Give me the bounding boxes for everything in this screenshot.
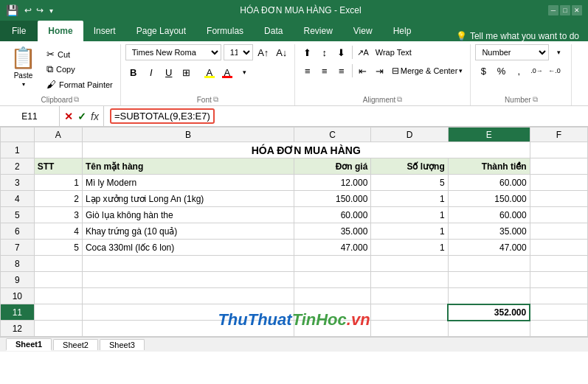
cell-f4[interactable] bbox=[530, 191, 587, 207]
cell-e2[interactable]: Thành tiền bbox=[448, 158, 530, 175]
cell-e10[interactable] bbox=[448, 288, 530, 304]
cell-c4[interactable]: 150.000 bbox=[294, 191, 370, 207]
borders-button[interactable]: ⊞ bbox=[179, 64, 195, 80]
increase-font-btn[interactable]: A↑ bbox=[255, 44, 271, 60]
cell-b5[interactable]: Giò lụa không hàn the bbox=[82, 207, 294, 223]
font-expand-icon[interactable]: ⧉ bbox=[213, 95, 218, 104]
merge-center-btn[interactable]: ⊟ Merge & Center ▾ bbox=[389, 63, 466, 79]
align-bottom-btn[interactable]: ⬇ bbox=[333, 44, 350, 60]
cell-a6[interactable]: 4 bbox=[34, 223, 82, 240]
currency-btn[interactable]: $ bbox=[475, 63, 491, 79]
wrap-text-btn[interactable]: Wrap Text bbox=[372, 44, 415, 60]
tell-me-bar[interactable]: 💡 Tell me what you want to do bbox=[456, 31, 588, 41]
cell-e3[interactable]: 60.000 bbox=[448, 175, 530, 191]
copy-button[interactable]: ⧉ Copy bbox=[44, 62, 116, 77]
cell-d11[interactable] bbox=[371, 304, 448, 321]
cell-d6[interactable]: 1 bbox=[371, 223, 448, 240]
minimize-btn[interactable]: ─ bbox=[548, 5, 558, 15]
cell-b4[interactable]: Lạp xưởng tươi Long An (1kg) bbox=[82, 191, 294, 207]
cell-a3[interactable]: 1 bbox=[34, 175, 82, 191]
cell-a7[interactable]: 5 bbox=[34, 240, 82, 256]
bold-button[interactable]: B bbox=[125, 64, 142, 80]
col-header-c[interactable]: C bbox=[294, 128, 370, 142]
percent-btn[interactable]: % bbox=[493, 63, 509, 79]
angle-text-btn[interactable]: ↗A bbox=[355, 44, 371, 60]
cell-a8[interactable] bbox=[34, 256, 82, 272]
sheet-tab-1[interactable]: Sheet1 bbox=[6, 338, 52, 351]
cell-e7[interactable]: 47.000 bbox=[448, 240, 530, 256]
cell-c5[interactable]: 60.000 bbox=[294, 207, 370, 223]
cell-c9[interactable] bbox=[294, 272, 370, 288]
format-painter-button[interactable]: 🖌 Format Painter bbox=[44, 77, 116, 91]
cell-f11[interactable] bbox=[530, 304, 587, 321]
cell-a1[interactable] bbox=[34, 142, 82, 158]
cell-d9[interactable] bbox=[371, 272, 448, 288]
cell-e9[interactable] bbox=[448, 272, 530, 288]
tab-formulas[interactable]: Formulas bbox=[196, 21, 254, 41]
row-header-2[interactable]: 2 bbox=[1, 158, 35, 175]
fill-color-button[interactable]: A bbox=[201, 64, 218, 80]
cell-e8[interactable] bbox=[448, 256, 530, 272]
cell-a4[interactable]: 2 bbox=[34, 191, 82, 207]
row-header-8[interactable]: 8 bbox=[1, 256, 35, 272]
tell-me-text[interactable]: Tell me what you want to do bbox=[470, 31, 579, 41]
cell-c8[interactable] bbox=[294, 256, 370, 272]
formula-cancel-icon[interactable]: ✕ bbox=[64, 111, 73, 122]
cell-d8[interactable] bbox=[371, 256, 448, 272]
tab-file[interactable]: File bbox=[0, 21, 38, 41]
cell-f5[interactable] bbox=[530, 207, 587, 223]
cell-c2[interactable]: Đơn giá bbox=[294, 158, 370, 175]
cell-d3[interactable]: 5 bbox=[371, 175, 448, 191]
cell-f6[interactable] bbox=[530, 223, 587, 240]
cell-d2[interactable]: Số lượng bbox=[371, 158, 448, 175]
redo-icon[interactable]: ↪ bbox=[36, 5, 44, 15]
number-expand-icon[interactable]: ⧉ bbox=[533, 95, 538, 104]
cell-e5[interactable]: 60.000 bbox=[448, 207, 530, 223]
col-header-e[interactable]: E bbox=[448, 128, 530, 142]
cell-a5[interactable]: 3 bbox=[34, 207, 82, 223]
cell-c7[interactable]: 47.000 bbox=[294, 240, 370, 256]
cell-f1[interactable] bbox=[530, 142, 587, 158]
tab-view[interactable]: View bbox=[343, 21, 383, 41]
increase-indent-btn[interactable]: ⇥ bbox=[372, 63, 388, 79]
col-header-b[interactable]: B bbox=[82, 128, 294, 142]
sheet-tab-2[interactable]: Sheet2 bbox=[53, 339, 98, 350]
cell-f3[interactable] bbox=[530, 175, 587, 191]
cell-a10[interactable] bbox=[34, 288, 82, 304]
decrease-decimal-btn[interactable]: ←.0 bbox=[546, 63, 562, 79]
cell-e6[interactable]: 35.000 bbox=[448, 223, 530, 240]
cell-d7[interactable]: 1 bbox=[371, 240, 448, 256]
alignment-expand-icon[interactable]: ⧉ bbox=[397, 95, 402, 104]
cell-c6[interactable]: 35.000 bbox=[294, 223, 370, 240]
tab-review[interactable]: Review bbox=[293, 21, 342, 41]
row-header-10[interactable]: 10 bbox=[1, 288, 35, 304]
align-top-btn[interactable]: ⬆ bbox=[300, 44, 316, 60]
cell-e12[interactable] bbox=[448, 321, 530, 337]
row-header-3[interactable]: 3 bbox=[1, 175, 35, 191]
decrease-font-btn[interactable]: A↓ bbox=[274, 44, 290, 60]
cell-b10[interactable] bbox=[82, 288, 294, 304]
cell-f9[interactable] bbox=[530, 272, 587, 288]
col-header-a[interactable]: A bbox=[34, 128, 82, 142]
formula-insert-fn-icon[interactable]: fx bbox=[91, 111, 99, 122]
row-header-5[interactable]: 5 bbox=[1, 207, 35, 223]
close-btn[interactable]: ✕ bbox=[572, 5, 582, 15]
cell-e4[interactable]: 150.000 bbox=[448, 191, 530, 207]
cell-d5[interactable]: 1 bbox=[371, 207, 448, 223]
row-header-1[interactable]: 1 bbox=[1, 142, 35, 158]
cell-f2[interactable] bbox=[530, 158, 587, 175]
cell-b8[interactable] bbox=[82, 256, 294, 272]
font-color-button[interactable]: A bbox=[219, 64, 235, 80]
cell-reference-input[interactable] bbox=[0, 106, 59, 126]
tab-help[interactable]: Help bbox=[383, 21, 422, 41]
cut-button[interactable]: ✂ Cut bbox=[44, 47, 116, 61]
cell-b2[interactable]: Tên mặt hàng bbox=[82, 158, 294, 175]
cell-a2[interactable]: STT bbox=[34, 158, 82, 175]
align-right-btn[interactable]: ≡ bbox=[333, 63, 350, 79]
row-header-11[interactable]: 11 bbox=[1, 304, 35, 321]
increase-decimal-btn[interactable]: .0→ bbox=[528, 63, 544, 79]
underline-button[interactable]: U bbox=[161, 64, 177, 80]
formula-confirm-icon[interactable]: ✓ bbox=[77, 111, 86, 122]
tab-data[interactable]: Data bbox=[254, 21, 293, 41]
align-middle-btn[interactable]: ↕ bbox=[317, 44, 333, 60]
